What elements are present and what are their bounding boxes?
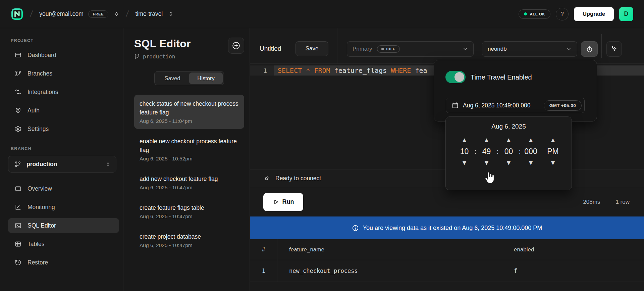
sidebar-item-restore[interactable]: Restore <box>8 255 119 270</box>
minutes-decrement-button[interactable]: ▼ <box>484 160 489 166</box>
compute-selector[interactable]: Primary IDLE <box>347 41 474 57</box>
history-item[interactable]: create feature flags table Aug 6, 2025 -… <box>134 199 244 224</box>
picker-date-label: Aug 6, 2025 <box>446 123 572 130</box>
history-item[interactable]: create project database Aug 6, 2025 - 10… <box>134 228 244 253</box>
minutes-value: 49 <box>482 147 491 156</box>
table-row[interactable]: 1 new_checkout_process f <box>250 260 644 282</box>
query-tab-title[interactable]: Untitled <box>260 41 281 56</box>
results-table-header: # feature_name enabled <box>250 239 644 260</box>
seconds-decrement-button[interactable]: ▼ <box>506 160 512 166</box>
time-travel-banner: You are viewing data as it existed on Au… <box>250 216 644 239</box>
breadcrumb-separator: / <box>30 9 34 19</box>
toolbar-divider <box>337 28 337 63</box>
column-header-num: # <box>250 239 277 260</box>
sidebar-item-label: Settings <box>28 126 49 133</box>
hours-column: ▲ 10 ▼ <box>455 137 474 166</box>
history-item-title: check status of new checkout process fea… <box>140 99 239 117</box>
sidebar-item-sql-editor[interactable]: SQL Editor <box>8 218 119 233</box>
account-switcher-chevron-icon[interactable] <box>114 11 119 17</box>
datetime-input[interactable]: Aug 6, 2025 10:49:00.000 GMT +05:30 <box>446 98 585 113</box>
save-button[interactable]: Save <box>296 41 328 56</box>
editor-toolbar: Untitled Save Primary IDLE neondb <box>250 28 644 64</box>
project-section-label: PROJECT <box>8 38 119 43</box>
status-badge[interactable]: ALL OK <box>519 9 550 19</box>
minutes-increment-button[interactable]: ▲ <box>484 137 489 143</box>
milliseconds-decrement-button[interactable]: ▼ <box>528 160 534 166</box>
branch-section-label: BRANCH <box>8 146 119 151</box>
branch-icon <box>15 70 21 77</box>
meridiem-value: PM <box>547 147 559 156</box>
meridiem-increment-button[interactable]: ▲ <box>550 137 556 143</box>
history-item-date: Aug 6, 2025 - 10:52pm <box>140 156 239 162</box>
sidebar-item-monitoring[interactable]: Monitoring <box>8 200 119 214</box>
sidebar-item-label: Overview <box>28 185 52 192</box>
sidebar-item-auth[interactable]: Auth <box>8 103 119 118</box>
play-icon <box>273 199 279 205</box>
milliseconds-increment-button[interactable]: ▲ <box>528 137 534 143</box>
neon-logo-icon[interactable] <box>11 8 23 20</box>
project-name[interactable]: time-travel <box>136 10 163 17</box>
help-button[interactable]: ? <box>556 8 569 20</box>
tab-saved[interactable]: Saved <box>156 72 189 84</box>
connection-status-text: Ready to connect <box>275 175 321 182</box>
plus-circle-icon <box>232 41 240 50</box>
account-email[interactable]: your@email.com <box>39 10 84 17</box>
history-item-date: Aug 6, 2025 - 11:04pm <box>140 118 239 124</box>
tab-history[interactable]: History <box>189 72 223 84</box>
dashboard-icon <box>15 52 21 58</box>
restore-clock-icon <box>15 259 21 266</box>
history-item[interactable]: enable new checkout process feature flag… <box>134 132 244 166</box>
branch-icon <box>14 161 21 167</box>
sidebar-item-dashboard[interactable]: Dashboard <box>8 48 119 62</box>
sidebar-item-branches[interactable]: Branches <box>8 66 119 81</box>
sql-token: SELECT <box>278 66 302 75</box>
toggle-knob <box>454 72 464 82</box>
history-list: check status of new checkout process fea… <box>134 95 244 253</box>
sql-query-line: SELECT * FROM feature_flags WHERE fea <box>278 65 427 76</box>
calendar-icon <box>451 102 459 109</box>
panel-branch-label: production <box>143 53 175 60</box>
top-header: / your@email.com FREE / time-travel ALL … <box>0 0 644 28</box>
history-item[interactable]: check status of new checkout process fea… <box>134 95 244 129</box>
sidebar-item-label: Monitoring <box>28 204 55 211</box>
avatar[interactable]: D <box>619 7 633 21</box>
sidebar-item-label: Tables <box>28 241 45 248</box>
milliseconds-column: ▲ 000 ▼ <box>522 137 540 166</box>
sql-token: feature_flags <box>330 66 391 75</box>
run-button[interactable]: Run <box>263 193 303 211</box>
status-ok-dot-icon <box>524 12 527 15</box>
database-selector[interactable]: neondb <box>482 41 577 57</box>
sidebar-item-label: Auth <box>28 107 40 114</box>
seconds-increment-button[interactable]: ▲ <box>506 137 512 143</box>
time-separator: : <box>518 148 522 155</box>
sidebar-item-integrations[interactable]: Integrations <box>8 85 119 99</box>
meridiem-decrement-button[interactable]: ▼ <box>550 160 556 166</box>
integrations-icon <box>15 89 21 95</box>
sql-token <box>302 66 306 75</box>
enabled-cell: f <box>514 260 517 282</box>
branch-selector[interactable]: production <box>8 156 116 173</box>
sidebar-item-overview[interactable]: Overview <box>8 181 119 196</box>
hours-increment-button[interactable]: ▲ <box>462 137 467 143</box>
plug-icon <box>263 175 270 182</box>
chevron-down-icon <box>566 46 572 52</box>
query-duration: 208ms <box>583 199 600 205</box>
history-item-title: create project database <box>140 232 239 241</box>
hours-decrement-button[interactable]: ▼ <box>462 160 467 166</box>
auth-shield-icon <box>15 107 21 114</box>
history-item[interactable]: add new checkout feature flag Aug 6, 202… <box>134 170 244 195</box>
column-header-feature-name: feature_name <box>289 239 324 260</box>
idle-dot-icon <box>381 48 384 50</box>
compute-status: IDLE <box>386 47 395 51</box>
sidebar-item-tables[interactable]: Tables <box>8 237 119 251</box>
time-travel-button[interactable] <box>581 41 598 57</box>
project-switcher-chevron-icon[interactable] <box>168 11 174 17</box>
time-spinner: ▲ 10 ▼ : ▲ 49 ▼ : ▲ 00 ▼ : ▲ 000 ▼ ▲ PM … <box>446 137 572 166</box>
status-label: ALL OK <box>530 12 545 16</box>
new-query-button[interactable] <box>228 38 244 54</box>
time-travel-toggle[interactable] <box>445 71 466 83</box>
time-travel-popover: Time Travel Enabled Aug 6, 2025 10:49:00… <box>434 60 597 122</box>
upgrade-button[interactable]: Upgrade <box>574 7 614 21</box>
ai-assist-button[interactable] <box>606 41 622 57</box>
sidebar-item-settings[interactable]: Settings <box>8 122 119 136</box>
